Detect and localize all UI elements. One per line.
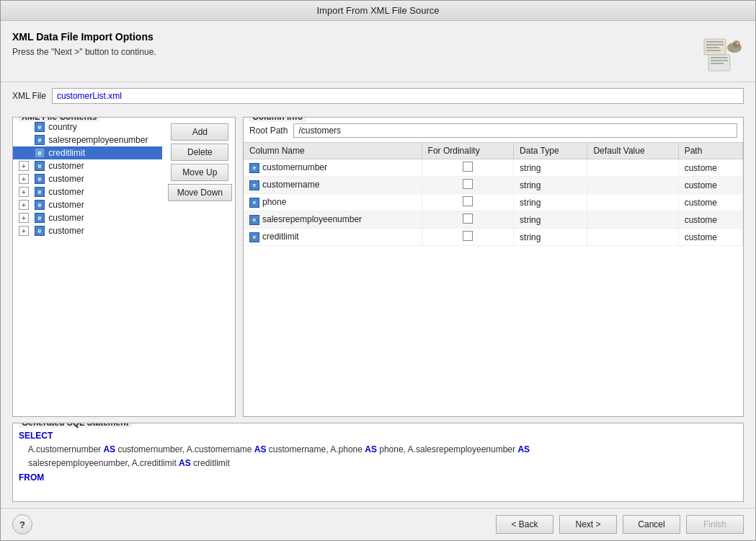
- tree-expand-icon[interactable]: +: [19, 213, 29, 223]
- xml-contents-group: XML File Contents e country e salesrepem…: [12, 117, 236, 417]
- move-down-button[interactable]: Move Down: [168, 184, 232, 201]
- tree-item-label: salesrepemployeenumber: [46, 135, 148, 145]
- svg-rect-2: [706, 44, 724, 45]
- tree-node-icon: e: [35, 187, 45, 197]
- main-panels: XML File Contents e country e salesrepem…: [1, 110, 755, 423]
- sql-keyword: FROM: [19, 472, 44, 483]
- sql-line-4: FROM: [19, 471, 737, 485]
- td-type: string: [514, 229, 587, 246]
- move-up-button[interactable]: Move Up: [171, 164, 228, 181]
- help-button[interactable]: ?: [12, 514, 32, 535]
- delete-button[interactable]: Delete: [171, 144, 228, 161]
- sql-line-3: salesrepemployeenumber, A.creditlimit AS…: [19, 457, 737, 470]
- tree-node-icon: e: [35, 213, 45, 223]
- ordinality-checkbox[interactable]: [463, 162, 473, 172]
- tree-item[interactable]: + e customer: [13, 211, 162, 224]
- tree-expand-icon[interactable]: +: [19, 174, 29, 184]
- cancel-button[interactable]: Cancel: [623, 515, 680, 534]
- tree-area[interactable]: e country e salesrepemployeenumber e cre…: [13, 118, 162, 416]
- svg-rect-6: [711, 57, 728, 58]
- tree-item-label: creditlimit: [46, 148, 85, 158]
- main-window: Import From XML File Source XML Data Fil…: [0, 0, 756, 541]
- finish-button[interactable]: Finish: [686, 515, 744, 534]
- tree-item-selected[interactable]: e creditlimit: [13, 146, 162, 159]
- tree-expand-icon[interactable]: +: [19, 187, 29, 197]
- xml-file-label: XML File: [12, 91, 46, 101]
- td-name: ecustomername: [244, 177, 422, 194]
- column-info-label: Column Info: [249, 117, 306, 122]
- table-row[interactable]: ecustomernumber string custome: [244, 159, 743, 177]
- tree-item[interactable]: e salesrepemployeenumber: [13, 133, 162, 146]
- column-table-container[interactable]: Column Name For Ordinality Data Type Def…: [244, 142, 743, 416]
- next-button[interactable]: Next >: [559, 515, 617, 534]
- header-logo: [701, 31, 744, 74]
- column-info-group: Column Info Root Path /customers Column …: [243, 117, 744, 417]
- ordinality-checkbox[interactable]: [463, 214, 473, 224]
- tree-node-icon: e: [35, 148, 45, 158]
- content-area: XML Data File Import Options Press the "…: [1, 21, 755, 540]
- ordinality-checkbox[interactable]: [463, 179, 473, 189]
- column-table: Column Name For Ordinality Data Type Def…: [244, 143, 743, 246]
- root-path-label: Root Path: [249, 126, 288, 136]
- add-button[interactable]: Add: [171, 123, 228, 141]
- svg-rect-1: [706, 41, 724, 43]
- row-icon: e: [249, 215, 259, 225]
- table-row[interactable]: ephone string custome: [244, 194, 743, 211]
- td-type: string: [514, 159, 587, 177]
- table-row[interactable]: esalesrepemployeenumber string custome: [244, 211, 743, 229]
- tree-item[interactable]: + e customer: [13, 159, 162, 172]
- row-icon: e: [249, 180, 259, 190]
- th-ordinality: For Ordinality: [422, 143, 513, 159]
- td-ordinality[interactable]: [422, 159, 513, 177]
- sql-text: A.customernumber: [19, 444, 103, 454]
- tree-item[interactable]: e country: [13, 120, 162, 133]
- row-icon: e: [249, 198, 259, 208]
- th-data-type: Data Type: [514, 143, 587, 159]
- ordinality-checkbox[interactable]: [463, 196, 473, 206]
- svg-rect-4: [706, 50, 721, 51]
- sql-keyword: AS: [517, 444, 530, 454]
- ordinality-checkbox[interactable]: [463, 231, 473, 241]
- table-row[interactable]: ecustomername string custome: [244, 177, 743, 194]
- sql-content: SELECT A.customernumber AS customernumbe…: [13, 423, 743, 501]
- table-row[interactable]: ecreditlimit string custome: [244, 229, 743, 246]
- td-path: custome: [678, 229, 742, 246]
- svg-rect-7: [711, 60, 728, 61]
- svg-point-10: [733, 40, 740, 48]
- sql-text: salesrepemployeenumber, A.creditlimit: [19, 458, 179, 468]
- root-path-row: Root Path /customers: [244, 118, 743, 142]
- root-path-input[interactable]: /customers: [293, 123, 737, 138]
- tree-expand-icon[interactable]: +: [19, 226, 29, 236]
- td-ordinality[interactable]: [422, 229, 513, 246]
- tree-item[interactable]: + e customer: [13, 198, 162, 211]
- tree-item-label: customer: [46, 187, 84, 197]
- tree-expand-icon[interactable]: +: [19, 161, 29, 171]
- td-name: ephone: [244, 194, 422, 211]
- xml-contents-label: XML File Contents: [19, 117, 99, 122]
- sql-keyword: AS: [179, 458, 191, 468]
- td-ordinality[interactable]: [422, 177, 513, 194]
- sql-group-label: Generated SQL Statement: [19, 423, 132, 428]
- sql-section: Generated SQL Statement SELECT A.custome…: [1, 423, 755, 508]
- th-path: Path: [678, 143, 742, 159]
- xml-file-row: XML File customerList.xml: [1, 82, 755, 110]
- tree-item[interactable]: + e customer: [13, 224, 162, 237]
- sql-keyword: AS: [254, 444, 267, 454]
- td-path: custome: [678, 211, 742, 229]
- td-type: string: [514, 211, 587, 229]
- back-button[interactable]: < Back: [496, 515, 553, 534]
- td-default: [587, 211, 678, 229]
- td-default: [587, 194, 678, 211]
- sql-text: phone, A.salesrepemployeenumber: [377, 444, 517, 454]
- tree-item[interactable]: + e customer: [13, 172, 162, 185]
- logo-icon: [703, 33, 742, 73]
- sql-line-1: SELECT: [19, 429, 737, 443]
- tree-buttons: Add Delete Move Up Move Down: [165, 118, 235, 416]
- tree-item[interactable]: + e customer: [13, 185, 162, 198]
- td-ordinality[interactable]: [422, 211, 513, 229]
- tree-expand-icon[interactable]: +: [19, 200, 29, 210]
- window-title: Import From XML File Source: [316, 5, 439, 16]
- td-path: custome: [678, 194, 742, 211]
- td-ordinality[interactable]: [422, 194, 513, 211]
- xml-file-input[interactable]: customerList.xml: [52, 88, 744, 104]
